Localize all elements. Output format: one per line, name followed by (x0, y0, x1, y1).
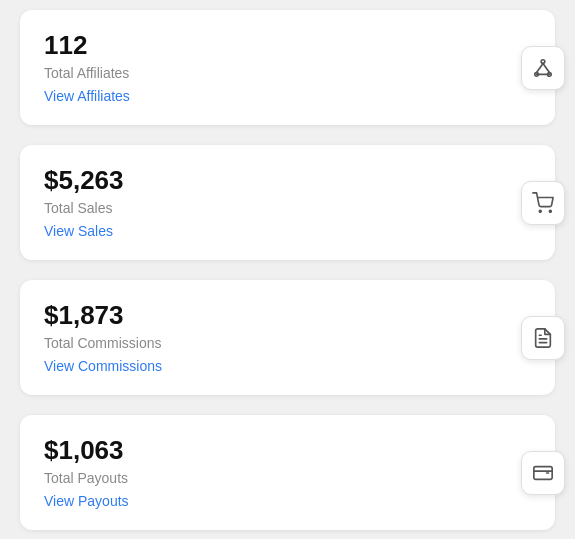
svg-line-4 (543, 63, 549, 72)
card-label-commissions: Total Commissions (44, 335, 531, 351)
card-link-affiliates[interactable]: View Affiliates (44, 88, 130, 104)
svg-point-6 (539, 210, 541, 212)
card-link-payouts[interactable]: View Payouts (44, 493, 129, 509)
card-affiliates: 112 Total Affiliates View Affiliates (20, 10, 555, 125)
card-icon-sales (521, 181, 565, 225)
card-value-affiliates: 112 (44, 30, 531, 61)
svg-rect-11 (534, 466, 552, 479)
card-value-sales: $5,263 (44, 165, 531, 196)
card-label-payouts: Total Payouts (44, 470, 531, 486)
card-icon-affiliates (521, 46, 565, 90)
svg-line-3 (537, 63, 543, 72)
card-label-affiliates: Total Affiliates (44, 65, 531, 81)
card-link-commissions[interactable]: View Commissions (44, 358, 162, 374)
card-sales: $5,263 Total Sales View Sales (20, 145, 555, 260)
card-link-sales[interactable]: View Sales (44, 223, 113, 239)
svg-point-7 (549, 210, 551, 212)
card-icon-payouts (521, 451, 565, 495)
card-label-sales: Total Sales (44, 200, 531, 216)
card-value-commissions: $1,873 (44, 300, 531, 331)
card-payouts: $1,063 Total Payouts View Payouts (20, 415, 555, 530)
card-icon-commissions (521, 316, 565, 360)
card-commissions: $1,873 Total Commissions View Commission… (20, 280, 555, 395)
card-value-payouts: $1,063 (44, 435, 531, 466)
